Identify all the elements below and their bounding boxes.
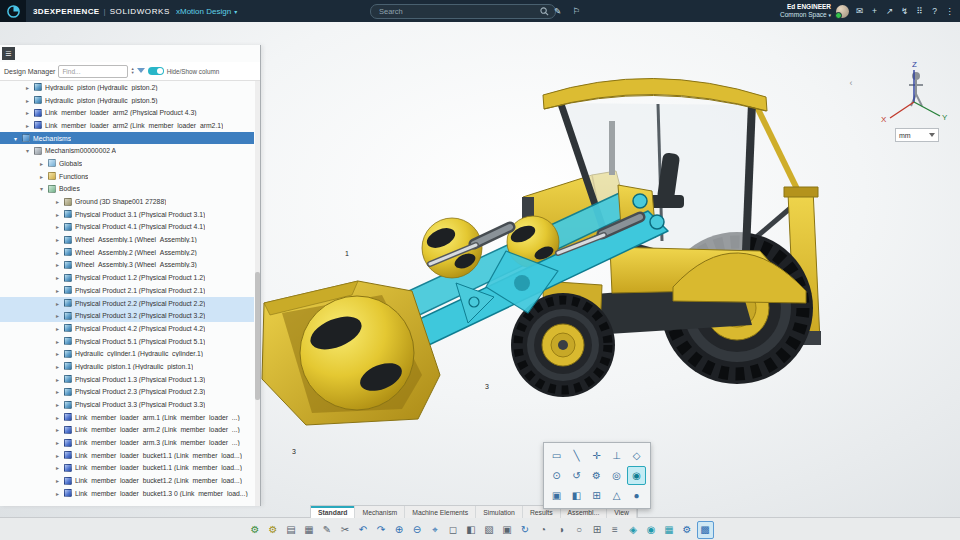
find-prev-next-icon[interactable]: ▴▾ (131, 67, 133, 75)
help-icon[interactable]: ? (927, 0, 942, 22)
expand-arrow-icon[interactable]: ▸ (56, 363, 63, 370)
expand-arrow-icon[interactable]: ▸ (56, 401, 63, 408)
expand-arrow-icon[interactable]: ▸ (56, 261, 63, 268)
expand-arrow-icon[interactable]: ▸ (56, 464, 63, 471)
palette-tool-rigid[interactable]: ▭ (547, 446, 566, 465)
expand-arrow-icon[interactable]: ▸ (56, 287, 63, 294)
expand-arrow-icon[interactable]: ▸ (56, 439, 63, 446)
chat-icon[interactable]: ✉ (852, 0, 867, 22)
settings-button[interactable]: ⚙ (247, 521, 264, 539)
expand-arrow-icon[interactable]: ▸ (40, 173, 47, 180)
pencil-icon[interactable]: ✎ (550, 0, 565, 22)
palette-tool-ball-joint[interactable]: ◉ (627, 466, 646, 485)
tree-item[interactable]: ▸ Ground (3D Shape001 27288) (0, 195, 254, 208)
tree-item[interactable]: ▸ Wheel_Assembly.1 (Wheel_Assembly.1) (0, 233, 254, 246)
expand-arrow-icon[interactable]: ▸ (56, 452, 63, 459)
tree-item[interactable]: ▸ Physical Product 5.1 (Physical Product… (0, 335, 254, 348)
palette-tool-cross[interactable]: ✛ (587, 446, 606, 465)
flash-icon[interactable]: ↯ (897, 0, 912, 22)
backhoe-scene[interactable] (260, 45, 960, 505)
palette-tool-point[interactable]: ● (627, 486, 646, 505)
expand-arrow-icon[interactable]: ▸ (26, 97, 33, 104)
render-button[interactable]: ◈ (625, 521, 642, 539)
orientation-triad[interactable]: Z X Y (876, 58, 952, 134)
section-button[interactable]: ▩ (697, 521, 714, 539)
expand-arrow-icon[interactable]: ▸ (56, 426, 63, 433)
tree-item[interactable]: ▸ Physical Product 3.3 (Physical Product… (0, 398, 254, 411)
record-button[interactable]: ◉ (643, 521, 660, 539)
grid-display-button[interactable]: ▦ (661, 521, 678, 539)
panel-menu-button[interactable]: ☰ (2, 47, 15, 60)
options-button[interactable]: ⚙ (265, 521, 282, 539)
palette-tool-perpendicular[interactable]: ⊥ (607, 446, 626, 465)
palette-tool-grid[interactable]: ⊞ (587, 486, 606, 505)
multi-view-button[interactable]: ⊞ (589, 521, 606, 539)
tree-item[interactable]: ▸ Link_member_loader_arm2 (Physical Prod… (0, 106, 254, 119)
tree-item[interactable]: ▸ Physical Product 3.1 (Physical Product… (0, 208, 254, 221)
expand-arrow-icon[interactable]: ▸ (56, 338, 63, 345)
units-selector[interactable]: mm (895, 128, 939, 142)
tree-item[interactable]: ▸ Physical Product 1.3 (Physical Product… (0, 373, 254, 386)
expand-arrow-icon[interactable]: ▸ (56, 198, 63, 205)
tree-item[interactable]: ▸ Functions (0, 170, 254, 183)
expand-arrow-icon[interactable]: ▾ (14, 135, 21, 142)
expand-arrow-icon[interactable]: ▸ (56, 312, 63, 319)
wireframe-button[interactable]: ○ (571, 521, 588, 539)
zoom-in-button[interactable]: ⊕ (391, 521, 408, 539)
tree-item[interactable]: ▸ Link_member_loader_arm.2 (Link_member_… (0, 424, 254, 437)
tree-item[interactable]: ▸ Link_member_loader_bucket1.1 (Link_mem… (0, 462, 254, 475)
joint-sphere-bucket[interactable] (300, 296, 414, 410)
expand-arrow-icon[interactable]: ▾ (40, 185, 47, 192)
expand-arrow-icon[interactable]: ▸ (56, 223, 63, 230)
tree-item[interactable]: ▸ Link_member_loader_arm.3 (Link_member_… (0, 436, 254, 449)
palette-tool-gear[interactable]: ⚙ (587, 466, 606, 485)
share-icon[interactable]: ↗ (882, 0, 897, 22)
expand-arrow-icon[interactable]: ▸ (26, 84, 33, 91)
expand-arrow-icon[interactable]: ▾ (26, 147, 33, 154)
tree-item[interactable]: ▸ Physical Product 1.2 (Physical Product… (0, 271, 254, 284)
collab-space-selector[interactable]: Common Space ▾ (780, 11, 831, 19)
3ds-compass-logo[interactable] (0, 0, 26, 22)
tree-item[interactable]: ▾ Bodies (0, 183, 254, 196)
search-input[interactable] (377, 6, 536, 17)
tree-item[interactable]: ▸ Physical Product 4.1 (Physical Product… (0, 221, 254, 234)
tree-item[interactable]: ▸ Link_member_loader_bucket1.1 (Link_mem… (0, 449, 254, 462)
table-button[interactable]: ▦ (301, 521, 318, 539)
expand-arrow-icon[interactable]: ▸ (56, 477, 63, 484)
find-input[interactable] (58, 65, 128, 78)
bottom-tab[interactable]: Mechanism (355, 506, 405, 518)
tree-item[interactable]: ▸ Physical Product 2.1 (Physical Product… (0, 284, 254, 297)
tree-item[interactable]: ▸ Hydraulic_piston (Hydraulic_piston.2) (0, 81, 254, 94)
edit-button[interactable]: ✎ (319, 521, 336, 539)
shaded-button[interactable]: ◔ (535, 521, 552, 539)
apps-grid-icon[interactable]: ⠿ (912, 0, 927, 22)
expand-arrow-icon[interactable]: ▸ (56, 300, 63, 307)
user-info[interactable]: Ed ENGINEER Common Space ▾ (780, 3, 831, 19)
tree-item[interactable]: ▸ Hydraulic_cylinder.1 (Hydraulic_cylind… (0, 347, 254, 360)
center-view-button[interactable]: ⌖ (427, 521, 444, 539)
filter-icon[interactable] (137, 68, 145, 77)
add-icon[interactable]: + (867, 0, 882, 22)
rotate-view-button[interactable]: ↻ (517, 521, 534, 539)
tree-item[interactable]: ▸ Hydraulic_piston.1 (Hydraulic_piston.1… (0, 360, 254, 373)
app-menu[interactable]: xMotion Design▾ (176, 0, 237, 22)
view-left-button[interactable]: ◧ (463, 521, 480, 539)
fit-view-button[interactable]: ◻ (445, 521, 462, 539)
cut-button[interactable]: ✂ (337, 521, 354, 539)
tree-item[interactable]: ▸ Physical Product 3.2 (Physical Product… (0, 309, 254, 322)
expand-arrow-icon[interactable]: ▸ (56, 490, 63, 497)
undo-button[interactable]: ↶ (355, 521, 372, 539)
tree-item[interactable]: ▸ Globals (0, 157, 254, 170)
global-search[interactable] (370, 4, 556, 19)
palette-tool-face[interactable]: ◧ (567, 486, 586, 505)
expand-arrow-icon[interactable]: ▸ (26, 122, 33, 129)
tree-item[interactable]: ▸ Physical Product 4.2 (Physical Product… (0, 322, 254, 335)
expand-arrow-icon[interactable]: ▸ (56, 350, 63, 357)
expand-arrow-icon[interactable]: ▸ (56, 325, 63, 332)
expand-arrow-icon[interactable]: ▸ (56, 274, 63, 281)
palette-tool-spherical[interactable]: ◎ (607, 466, 626, 485)
list-view-button[interactable]: ≡ (607, 521, 624, 539)
expand-arrow-icon[interactable]: ▸ (56, 414, 63, 421)
bottom-tab[interactable]: Standard (311, 506, 355, 518)
palette-tool-revolute[interactable]: ⊙ (547, 466, 566, 485)
